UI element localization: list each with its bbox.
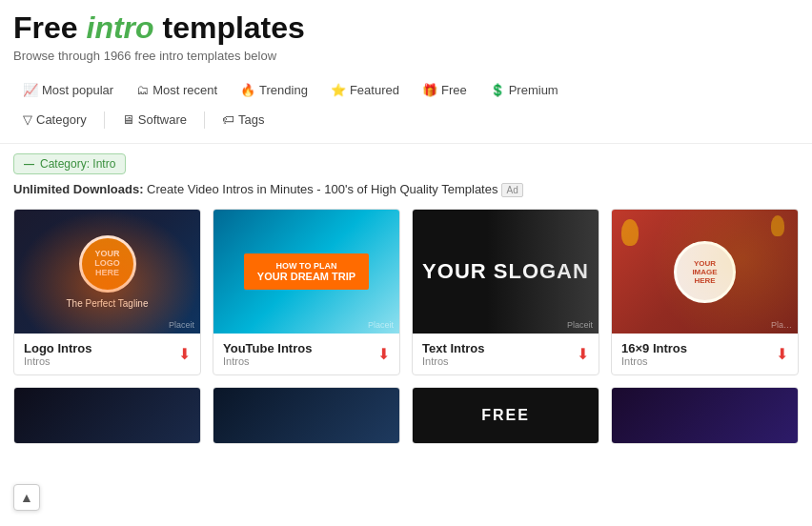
filter-tags-label: Tags — [238, 112, 264, 127]
active-filter-tag[interactable]: — Category: Intro — [13, 153, 126, 174]
divider-1 — [104, 111, 105, 129]
page-title: Free intro templates — [13, 11, 799, 45]
filter-nav: ▽ Category 🖥 Software 🏷 Tags — [13, 104, 799, 137]
watermark-1: Placeit — [169, 320, 194, 330]
card-info-text: Text Intros Intros ⬇ — [413, 334, 599, 374]
card-text-youtube: YouTube Intros Intros — [223, 341, 312, 367]
orange-box: HOW TO PLAN YOUR DREAM TRIP — [244, 253, 369, 290]
filter-software[interactable]: 🖥 Software — [112, 108, 196, 132]
card-info-16x9: 16×9 Intros Intros ⬇ — [612, 334, 798, 374]
chart-icon: 📈 — [23, 83, 38, 97]
watermark-4: Pla… — [771, 320, 792, 330]
card-sub-text: Intros — [422, 355, 485, 367]
card-text-logo: Logo Intros Intros — [24, 341, 92, 367]
main-nav: 📈 Most popular 🗂 Most recent 🔥 Trending … — [13, 72, 799, 104]
bottom-cards-row: FREE — [13, 387, 799, 444]
title-before: Free — [13, 10, 86, 45]
watermark-2: Placeit — [368, 320, 394, 330]
nav-most-popular-label: Most popular — [42, 83, 113, 97]
nav-free-label: Free — [441, 83, 467, 97]
youtube-content: HOW TO PLAN YOUR DREAM TRIP — [213, 210, 399, 334]
thumb-overlay-4: YOURIMAGEHERE Pla… — [612, 210, 798, 334]
thumb-overlay-1: YOURLOGOHERE The Perfect Tagline Placeit — [14, 210, 200, 334]
nav-featured-label: Featured — [350, 83, 399, 97]
nav-most-recent-label: Most recent — [152, 83, 217, 97]
download-icon-4[interactable]: ⬇ — [776, 345, 788, 363]
title-after: templates — [154, 10, 305, 45]
gift-icon: 🎁 — [422, 83, 437, 97]
card-text-text: Text Intros Intros — [422, 341, 485, 367]
templates-grid: YOURLOGOHERE The Perfect Tagline Placeit… — [13, 209, 799, 375]
card-sub-16x9: Intros — [621, 355, 687, 367]
card-text-intros[interactable]: YOUR SLOGAN Placeit Text Intros Intros ⬇ — [412, 209, 599, 375]
card-sub-youtube: Intros — [223, 355, 312, 367]
thumb-logo-intros: YOURLOGOHERE The Perfect Tagline Placeit — [14, 210, 200, 334]
ad-badge: Ad — [501, 183, 522, 197]
model-bg — [487, 210, 599, 334]
content-area: — Category: Intro Unlimited Downloads: C… — [0, 144, 812, 454]
star-icon: ⭐ — [331, 83, 346, 97]
nav-trending-label: Trending — [259, 83, 308, 97]
thumb-glow-4 — [612, 210, 798, 334]
thumb-16x9-intros: YOURIMAGEHERE Pla… — [612, 210, 798, 334]
card-info-logo: Logo Intros Intros ⬇ — [14, 334, 200, 374]
active-filter-label: Category: Intro — [40, 157, 115, 171]
scroll-to-top-button[interactable]: ▲ — [13, 484, 40, 511]
thumb-youtube-intros: HOW TO PLAN YOUR DREAM TRIP Placeit — [213, 210, 399, 334]
filter-tags[interactable]: 🏷 Tags — [213, 108, 274, 132]
scroll-icon: ▲ — [20, 490, 33, 505]
nav-most-popular[interactable]: 📈 Most popular — [13, 78, 123, 102]
nav-premium[interactable]: 💲 Premium — [480, 78, 568, 102]
card-title-text: Text Intros — [422, 341, 485, 355]
download-icon-3[interactable]: ⬇ — [577, 345, 589, 363]
yt-line2: YOUR DREAM TRIP — [257, 271, 355, 282]
card-title-16x9: 16×9 Intros — [621, 341, 687, 355]
lantern-2 — [771, 215, 784, 236]
yt-line1: HOW TO PLAN — [257, 261, 355, 271]
thumb-glow-1 — [14, 210, 200, 334]
thumb-overlay-3: YOUR SLOGAN Placeit — [413, 210, 599, 334]
card-title-logo: Logo Intros — [24, 341, 92, 355]
card-16x9-intros[interactable]: YOURIMAGEHERE Pla… 16×9 Intros Intros ⬇ — [611, 209, 799, 375]
download-icon-2[interactable]: ⬇ — [377, 345, 390, 363]
nav-trending[interactable]: 🔥 Trending — [231, 78, 317, 102]
page-header: Free intro templates Browse through 1966… — [0, 0, 812, 144]
card-text-16x9: 16×9 Intros Intros — [621, 341, 687, 367]
nav-premium-label: Premium — [509, 83, 558, 97]
card-youtube-intros[interactable]: HOW TO PLAN YOUR DREAM TRIP Placeit YouT… — [213, 209, 400, 375]
card-title-youtube: YouTube Intros — [223, 341, 312, 355]
unlimited-bar: Unlimited Downloads: Create Video Intros… — [13, 182, 799, 197]
filter-category[interactable]: ▽ Category — [13, 108, 96, 132]
bottom-card-4[interactable] — [611, 387, 799, 444]
filter-icon: ▽ — [23, 112, 32, 127]
download-icon-1[interactable]: ⬇ — [178, 345, 191, 363]
remove-filter-icon[interactable]: — — [24, 158, 34, 170]
thumb-overlay-2: HOW TO PLAN YOUR DREAM TRIP Placeit — [213, 210, 399, 334]
watermark-3: Placeit — [567, 320, 593, 330]
nav-most-recent[interactable]: 🗂 Most recent — [127, 78, 227, 102]
bottom-card-3[interactable]: FREE — [412, 387, 599, 444]
page-subtitle: Browse through 1966 free intro templates… — [13, 49, 799, 63]
filter-software-label: Software — [138, 112, 187, 127]
bottom-card-1[interactable] — [13, 387, 201, 444]
dollar-icon: 💲 — [490, 83, 505, 97]
unlimited-label: Unlimited Downloads: — [13, 182, 144, 196]
bottom-card-2[interactable] — [213, 387, 400, 444]
card-sub-logo: Intros — [24, 355, 92, 367]
lantern-1 — [621, 219, 639, 246]
nav-free[interactable]: 🎁 Free — [413, 78, 477, 102]
card-logo-intros[interactable]: YOURLOGOHERE The Perfect Tagline Placeit… — [13, 209, 201, 375]
unlimited-text: Create Video Intros in Minutes - 100's o… — [144, 182, 498, 196]
software-icon: 🖥 — [122, 112, 134, 127]
title-highlight: intro — [86, 10, 153, 45]
card-info-youtube: YouTube Intros Intros ⬇ — [213, 334, 399, 374]
fire-icon: 🔥 — [240, 83, 255, 97]
recent-icon: 🗂 — [136, 83, 149, 97]
filter-category-label: Category — [36, 112, 87, 127]
nav-featured[interactable]: ⭐ Featured — [321, 78, 409, 102]
tags-icon: 🏷 — [222, 112, 234, 127]
thumb-text-intros: YOUR SLOGAN Placeit — [413, 210, 599, 334]
divider-2 — [204, 111, 205, 129]
